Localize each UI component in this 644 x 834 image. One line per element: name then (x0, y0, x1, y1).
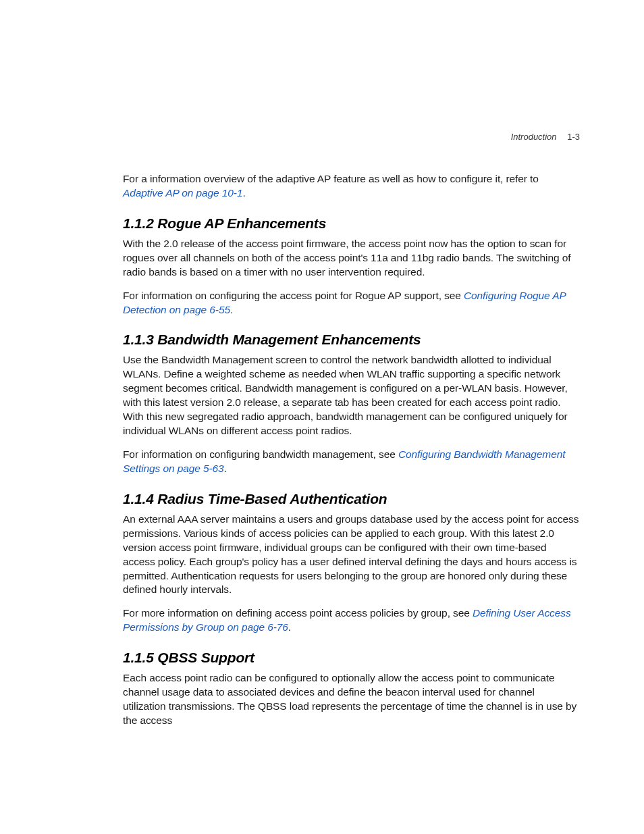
heading-radius: 1.1.4 Radius Time-Based Authentication (123, 491, 580, 507)
text: For a information overview of the adapti… (123, 173, 539, 184)
link-adaptive-ap[interactable]: Adaptive AP on page 10-1 (123, 187, 242, 199)
text: . (230, 304, 233, 315)
header-section: Introduction (511, 132, 557, 142)
text: For information on configuring bandwidth… (123, 448, 398, 460)
body-text: For more information on defining access … (123, 606, 580, 635)
body-text: With the 2.0 release of the access point… (123, 237, 580, 280)
body-text: For information on configuring the acces… (123, 289, 580, 317)
page-content: For a information overview of the adapti… (123, 172, 580, 728)
document-page: Introduction 1-3 For a information overv… (0, 0, 644, 834)
page-header: Introduction 1-3 (511, 132, 580, 142)
body-text: An external AAA server maintains a users… (123, 513, 580, 598)
heading-qbss: 1.1.5 QBSS Support (123, 650, 580, 666)
text: . (242, 187, 245, 199)
text: . (224, 463, 227, 474)
text: For more information on defining access … (123, 607, 473, 619)
intro-paragraph: For a information overview of the adapti… (123, 172, 580, 201)
text: . (288, 621, 291, 633)
body-text: Each access point radio can be configure… (123, 671, 580, 728)
text: For information on configuring the acces… (123, 290, 464, 301)
heading-rogue-ap: 1.1.2 Rogue AP Enhancements (123, 215, 580, 232)
body-text: Use the Bandwidth Management screen to c… (123, 353, 580, 438)
body-text: For information on configuring bandwidth… (123, 448, 580, 476)
header-page-number: 1-3 (567, 132, 580, 142)
heading-bandwidth: 1.1.3 Bandwidth Management Enhancements (123, 332, 580, 348)
